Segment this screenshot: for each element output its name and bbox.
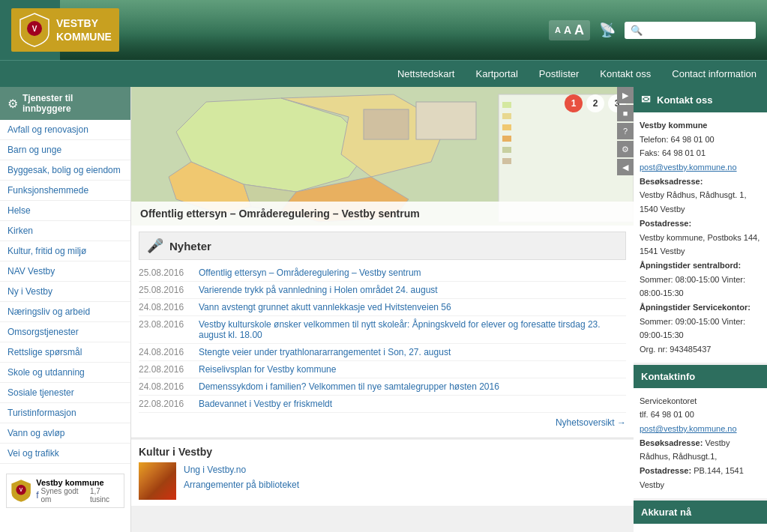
kultur-section: Kultur i Vestby Ung i Vestby.noArrangeme… (131, 440, 634, 506)
main-layout: ⚙ Tjenester til innbyggere Avfall og ren… (0, 87, 767, 532)
map-area: 1 2 3 Offentlig ettersyn – Områdereguler… (131, 87, 634, 226)
font-size-controls: A A A (549, 20, 590, 40)
left-sidebar: ⚙ Tjenester til innbyggere Avfall og ren… (0, 87, 131, 532)
sidebar-menu-item[interactable]: Kirken (0, 221, 130, 241)
sidebar-menu-item[interactable]: Byggesak, bolig og eiendom (0, 160, 130, 181)
logo[interactable]: V VESTBY KOMMUNE (11, 8, 119, 52)
news-item-date: 22.08.2016 (139, 399, 193, 409)
kontakt-oss-panel: ✉ Kontakt oss Vestby kommune Telefon: 64… (634, 87, 767, 363)
news-item-date: 24.08.2016 (139, 381, 193, 392)
kultur-links: Ung i Vestby.noArrangementer på bibliote… (184, 462, 299, 492)
akkurat-na-content: Velkommen til Folkehelseuka 2016 i Vestb… (634, 524, 767, 533)
play-icon[interactable]: ▶ (617, 87, 634, 103)
akkurat-na-link[interactable]: Velkommen til Folkehelseuka 2016 i Vestb… (640, 530, 761, 533)
sidebar-menu-item[interactable]: Kultur, fritid og miljø (0, 241, 130, 262)
kontaktinfo-email-link[interactable]: post@vestby.kommune.no (640, 424, 737, 433)
news-item: 22.08.2016Reiselivsplan for Vestby kommu… (139, 361, 626, 378)
sidebar-menu-item[interactable]: Skole og utdanning (0, 363, 130, 383)
help-icon[interactable]: ? (617, 123, 634, 139)
sidebar-menu-item[interactable]: Turistinformasjon (0, 403, 130, 423)
sidebar-footer: V Vestby kommune f Synes godt om 1,7 tus… (0, 468, 130, 514)
kultur-content: Ung i Vestby.noArrangementer på bibliote… (139, 462, 626, 500)
nav-postlister[interactable]: Postlister (529, 61, 589, 87)
map-title: Offentlig ettersyn – Områderegulering – … (131, 202, 634, 226)
sidebar-menu-item[interactable]: Helse (0, 201, 130, 221)
svg-rect-17 (502, 147, 511, 153)
search-icon: 🔍 (631, 25, 643, 36)
sidebar-menu-item[interactable]: Ny i Vestby (0, 282, 130, 302)
news-section: 🎤 Nyheter 25.08.2016Offentlig ettersyn –… (131, 226, 634, 438)
logo-line2: KOMMUNE (56, 30, 112, 43)
svg-rect-10 (364, 109, 409, 139)
sidebar-menu-item[interactable]: NAV Vestby (0, 262, 130, 282)
svg-rect-15 (502, 124, 511, 130)
akkurat-na-panel: Akkurat nå Velkommen til Folkehelseuka 2… (634, 501, 767, 533)
news-item-link[interactable]: Vann avstengt grunnet akutt vannlekkasje… (199, 302, 451, 312)
apn-service-label: Åpningstider Servicekontor: (640, 303, 751, 312)
kultur-header: Kultur i Vestby (139, 446, 626, 458)
news-item: 25.08.2016Varierende trykk på vannlednin… (139, 282, 626, 299)
sidebar-menu-item[interactable]: Barn og unge (0, 140, 130, 160)
sidebar-menu-item[interactable]: Avfall og renovasjon (0, 120, 130, 140)
header: V VESTBY KOMMUNE A A A 📡 🔍 (0, 0, 767, 60)
sidebar-menu-item[interactable]: Vei og trafikk (0, 444, 130, 464)
news-item-link[interactable]: Varierende trykk på vannledning i Holen … (199, 285, 438, 295)
font-medium-btn[interactable]: A (564, 24, 571, 36)
facebook-icon: f (36, 490, 38, 501)
search-input[interactable] (646, 25, 750, 36)
sidebar-menu-item[interactable]: Omsorgstjenester (0, 322, 130, 342)
news-item-date: 25.08.2016 (139, 285, 193, 295)
kultur-link[interactable]: Arrangementer på biblioteket (184, 477, 299, 492)
font-small-btn[interactable]: A (555, 25, 561, 34)
news-item-link[interactable]: Reiselivsplan for Vestby kommune (199, 364, 336, 375)
svg-text:V: V (32, 25, 37, 33)
nav-kartportal[interactable]: Kartportal (465, 61, 528, 87)
svg-text:V: V (19, 487, 23, 492)
kultur-link[interactable]: Ung i Vestby.no (184, 462, 299, 477)
news-item-date: 25.08.2016 (139, 267, 193, 278)
news-header: 🎤 Nyheter (139, 232, 626, 260)
news-item-link[interactable]: Stengte veier under tryathlonararrangeme… (199, 347, 451, 357)
sidebar-header: ⚙ Tjenester til innbyggere (0, 87, 130, 120)
nav-nettstedskart[interactable]: Nettstedskart (387, 61, 466, 87)
nav-kontakt-oss[interactable]: Kontakt oss (589, 61, 661, 87)
side-controls: ▶■?⚙◀ (617, 87, 634, 175)
telefon-label: Telefon: (640, 135, 669, 144)
news-item-link[interactable]: Vestby kulturskole ønsker velkommen til … (199, 319, 626, 340)
kontakt-oss-content: Vestby kommune Telefon: 64 98 01 00 Faks… (634, 112, 767, 363)
news-item-link[interactable]: Offentlig ettersyn – Områderegulering – … (199, 267, 421, 278)
settings-icon[interactable]: ⚙ (617, 141, 634, 157)
apn-sentral-label: Åpningstider sentralbord: (640, 261, 741, 270)
news-title: Nyheter (169, 240, 211, 253)
kontaktinfo-header: Kontaktinfo (634, 365, 767, 388)
font-large-btn[interactable]: A (574, 22, 584, 38)
mail-icon: ✉ (641, 93, 651, 106)
back-icon[interactable]: ◀ (617, 159, 634, 175)
svg-rect-11 (416, 102, 476, 139)
kontakt-email-link[interactable]: post@vestby.kommune.no (640, 163, 737, 172)
news-list: 25.08.2016Offentlig ettersyn – Områdereg… (139, 265, 626, 413)
search-box[interactable]: 🔍 (625, 22, 756, 39)
sidebar-logo-text: Vestby kommune (36, 478, 120, 487)
news-item-link[interactable]: Demenssykdom i familien? Velkommen til n… (199, 381, 499, 392)
sidebar-menu-item[interactable]: Rettslige spørsmål (0, 342, 130, 363)
akkurat-na-header: Akkurat nå (634, 501, 767, 524)
kontakt-oss-header: ✉ Kontakt oss (634, 87, 767, 112)
map-page-1[interactable]: 1 (565, 94, 583, 112)
rss-icon[interactable]: 📡 (599, 22, 616, 38)
news-item: 22.08.2016Badevannet i Vestby er friskme… (139, 396, 626, 413)
news-item-link[interactable]: Badevannet i Vestby er friskmeldt (199, 399, 332, 409)
map-page-2[interactable]: 2 (586, 94, 604, 112)
news-item: 25.08.2016Offentlig ettersyn – Områdereg… (139, 265, 626, 282)
sidebar-menu-item[interactable]: Næringsliv og arbeid (0, 302, 130, 322)
news-more-link[interactable]: Nyhetsoversikt → (556, 417, 626, 428)
sidebar-logo-icon: V (10, 478, 31, 504)
gear-icon: ⚙ (7, 97, 18, 111)
sidebar-menu-item[interactable]: Vann og avløp (0, 423, 130, 444)
sidebar-menu-item[interactable]: Funksjonshemmede (0, 181, 130, 201)
stop-icon[interactable]: ■ (617, 105, 634, 121)
nav-contact-information[interactable]: Contact information (661, 61, 767, 87)
sidebar-menu-item[interactable]: Sosiale tjenester (0, 383, 130, 403)
news-item: 24.08.2016Vann avstengt grunnet akutt va… (139, 299, 626, 316)
news-item-date: 22.08.2016 (139, 364, 193, 375)
